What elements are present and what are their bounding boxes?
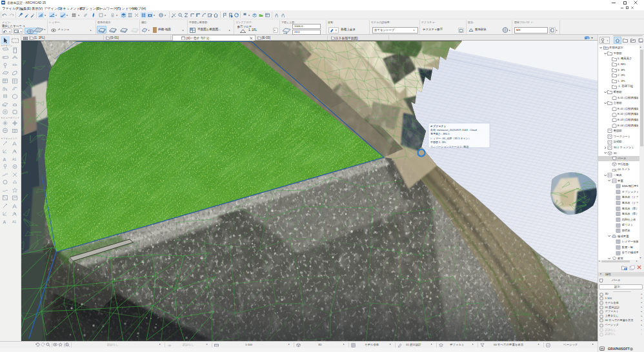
svg-text:レイヤー: 00_点群（3Dスキャン）: レイヤー: 00_点群（3Dスキャン） — [430, 137, 471, 140]
svg-text:A1: A1 — [12, 157, 16, 161]
svg-text:A: A — [14, 150, 16, 153]
svg-text:A: A — [3, 157, 6, 162]
svg-text:基準高さ: -890.1: 基準高さ: -890.1 — [430, 132, 450, 135]
svg-text:A1: A1 — [12, 220, 16, 224]
svg-text:名前: metascan_20210927-1543 - C: 名前: metascan_20210927-1543 - Cloud — [430, 128, 477, 132]
svg-text:リノベーションステータス: 既存: リノベーションステータス: 既存 — [430, 145, 468, 148]
svg-text:平面図 1. 1FL: 平面図 1. 1FL — [430, 141, 447, 144]
svg-text:A: A — [14, 212, 16, 215]
svg-text:A: A — [3, 219, 6, 224]
